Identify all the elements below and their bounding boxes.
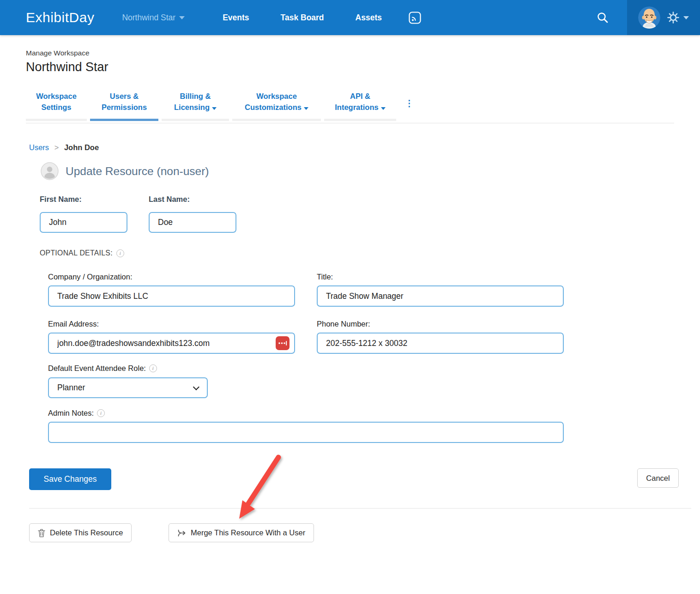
info-icon[interactable]: i	[149, 364, 157, 372]
trash-icon	[38, 529, 45, 537]
phone-group: Phone Number:	[317, 320, 564, 354]
merge-resource-button[interactable]: Merge This Resource With a User	[169, 523, 314, 542]
form-heading: Update Resource (non-user)	[66, 165, 209, 178]
info-icon[interactable]: i	[116, 249, 124, 257]
first-name-label: First Name:	[40, 195, 127, 204]
admin-notes-field[interactable]	[48, 422, 564, 443]
page-title: Northwind Star	[26, 60, 109, 74]
company-label: Company / Organization:	[48, 273, 295, 281]
email-field[interactable]	[48, 333, 295, 354]
merge-icon	[177, 529, 186, 537]
app-logo[interactable]: ExhibitDay	[26, 10, 94, 25]
chevron-down-icon	[193, 383, 199, 390]
attendee-role-value: Planner	[57, 383, 85, 393]
resource-header: Update Resource (non-user)	[41, 162, 209, 180]
chevron-down-icon	[212, 107, 217, 110]
more-tabs-icon[interactable]: ⋮	[399, 100, 417, 112]
title-field[interactable]	[317, 285, 564, 307]
tab-users-permissions[interactable]: Users & Permissions	[90, 91, 158, 121]
chevron-down-icon	[381, 107, 386, 110]
chevron-down-icon	[179, 16, 185, 19]
title-group: Title:	[317, 273, 564, 307]
workspace-selector-label: Northwind Star	[122, 13, 175, 23]
top-navigation: Events Task Board Assets	[223, 13, 382, 23]
company-field[interactable]	[48, 285, 295, 307]
last-name-field[interactable]	[149, 212, 236, 233]
info-icon[interactable]: i	[97, 409, 105, 417]
chevron-down-icon	[304, 107, 308, 110]
nav-events[interactable]: Events	[223, 13, 249, 23]
admin-notes-group: Admin Notes: i	[48, 409, 564, 443]
optional-details-heading: OPTIONAL DETAILS: i	[40, 249, 124, 257]
phone-field[interactable]	[317, 333, 564, 354]
page-eyebrow: Manage Workspace	[26, 49, 90, 57]
tabs-divider	[26, 123, 674, 123]
nav-assets[interactable]: Assets	[356, 13, 382, 23]
breadcrumb-separator: >	[54, 143, 59, 152]
first-name-group: First Name:	[40, 195, 127, 233]
phone-label: Phone Number:	[317, 320, 564, 328]
delete-resource-button[interactable]: Delete This Resource	[29, 523, 132, 542]
tab-workspace-settings[interactable]: Workspace Settings	[26, 91, 87, 121]
admin-notes-label: Admin Notes: i	[48, 409, 564, 418]
attendee-role-label: Default Event Attendee Role: i	[48, 364, 208, 373]
email-group: Email Address:	[48, 320, 295, 354]
activity-feed-icon[interactable]	[409, 12, 421, 24]
tab-billing-licensing[interactable]: Billing & Licensing	[162, 91, 229, 121]
first-name-field[interactable]	[40, 212, 127, 233]
breadcrumb-users-link[interactable]: Users	[29, 143, 49, 152]
search-icon[interactable]	[597, 12, 609, 24]
resource-avatar-icon	[41, 162, 59, 180]
email-label: Email Address:	[48, 320, 295, 328]
password-manager-autofill-icon[interactable]	[276, 336, 290, 350]
cancel-button[interactable]: Cancel	[637, 468, 679, 488]
workspace-tabs: Workspace Settings Users & Permissions B…	[26, 91, 417, 121]
settings-menu[interactable]	[667, 11, 689, 24]
title-label: Title:	[317, 273, 564, 281]
page: ExhibitDay Northwind Star Events Task Bo…	[0, 0, 700, 594]
last-name-group: Last Name:	[149, 195, 236, 233]
section-divider	[29, 508, 691, 509]
user-avatar[interactable]	[638, 6, 660, 29]
chevron-down-icon	[683, 16, 689, 19]
breadcrumb: Users > John Doe	[29, 143, 99, 152]
company-group: Company / Organization:	[48, 273, 295, 307]
last-name-label: Last Name:	[149, 195, 236, 204]
workspace-selector[interactable]: Northwind Star	[122, 13, 185, 23]
account-area	[627, 0, 700, 35]
tab-workspace-customizations[interactable]: Workspace Customizations	[232, 91, 321, 121]
breadcrumb-current: John Doe	[64, 143, 99, 152]
attendee-role-select[interactable]: Planner	[48, 377, 208, 398]
nav-task-board[interactable]: Task Board	[281, 13, 324, 23]
save-changes-button[interactable]: Save Changes	[29, 468, 111, 490]
app-header: ExhibitDay Northwind Star Events Task Bo…	[0, 0, 700, 35]
gear-icon	[667, 11, 680, 24]
tab-api-integrations[interactable]: API & Integrations	[324, 91, 396, 121]
attendee-role-group: Default Event Attendee Role: i Planner	[48, 364, 208, 398]
annotation-arrow	[225, 453, 290, 527]
